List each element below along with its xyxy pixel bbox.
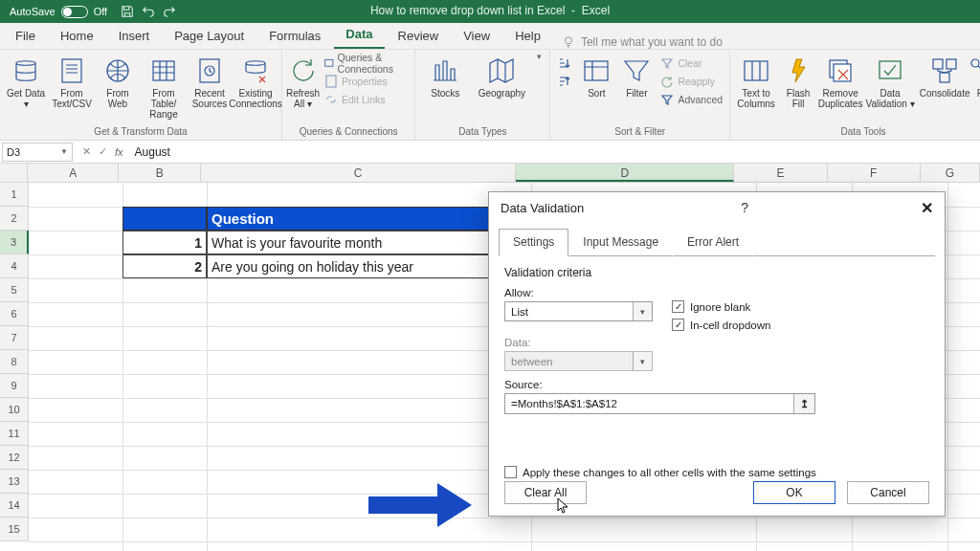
consolidate-button[interactable]: Consolidate	[918, 52, 971, 99]
source-input[interactable]: =Months!$A$1:$A$12 ↥	[504, 393, 815, 414]
geography-button[interactable]: Geography	[473, 52, 530, 99]
filter-button[interactable]: Filter	[617, 52, 656, 99]
tab-view[interactable]: View	[452, 23, 501, 49]
dialog-title: Data Validation	[501, 201, 584, 215]
text-to-columns-button[interactable]: Text to Columns	[734, 52, 778, 109]
row-head-11[interactable]: 11	[0, 422, 29, 446]
svg-rect-14	[947, 59, 956, 69]
row-head-2[interactable]: 2	[0, 207, 29, 231]
tab-data[interactable]: Data	[334, 21, 384, 49]
row-head-7[interactable]: 7	[0, 326, 29, 350]
col-head-C[interactable]: C	[201, 164, 516, 182]
incell-dropdown-checkbox[interactable]: ✓In-cell dropdown	[672, 319, 770, 331]
close-icon[interactable]: ✕	[921, 199, 933, 217]
row-head-15[interactable]: 15	[0, 518, 29, 541]
refresh-all-button[interactable]: Refresh All ▾	[286, 52, 320, 109]
dialog-tab-input-message[interactable]: Input Message	[568, 229, 673, 256]
dialog-tab-error-alert[interactable]: Error Alert	[673, 229, 753, 256]
formula-input[interactable]: August	[135, 145, 170, 159]
allow-combo[interactable]: List ▾	[504, 301, 653, 321]
tab-formulas[interactable]: Formulas	[257, 23, 332, 49]
cell-b2[interactable]	[122, 207, 207, 231]
ok-button[interactable]: OK	[753, 481, 835, 504]
cell-c4[interactable]: Are you going on holiday this year	[207, 254, 531, 278]
cancel-button[interactable]: Cancel	[847, 481, 929, 504]
cancel-formula-icon[interactable]: ✕	[82, 145, 91, 158]
group-label: Queries & Connections	[286, 126, 411, 140]
row-head-12[interactable]: 12	[0, 446, 29, 470]
sort-button[interactable]: Sort	[577, 52, 615, 99]
cell-c2[interactable]: Question	[207, 207, 531, 231]
cell-b4[interactable]: 2	[122, 254, 207, 278]
row-head-6[interactable]: 6	[0, 302, 29, 326]
sort-desc-button[interactable]	[554, 72, 575, 90]
row-head-1[interactable]: 1	[0, 183, 29, 207]
dialog-tab-settings[interactable]: Settings	[499, 229, 568, 256]
row-head-4[interactable]: 4	[0, 254, 29, 278]
range-picker-icon[interactable]: ↥	[793, 394, 814, 413]
recent-sources-button[interactable]: Recent Sources	[188, 52, 232, 109]
group-label: Data Types	[419, 126, 546, 140]
switch-icon	[61, 6, 88, 18]
svg-point-16	[971, 59, 979, 67]
existing-connections-button[interactable]: Existing Connections	[234, 52, 278, 109]
col-head-G[interactable]: G	[921, 164, 980, 182]
apply-same-settings-checkbox[interactable]: ✓Apply these changes to all other cells …	[504, 466, 929, 478]
row-head-8[interactable]: 8	[0, 350, 29, 374]
row-head-14[interactable]: 14	[0, 494, 29, 518]
relationships-button[interactable]: Re	[973, 52, 980, 99]
select-all-corner[interactable]	[0, 164, 28, 182]
svg-point-0	[565, 37, 571, 44]
clear-all-button[interactable]: Clear All	[504, 481, 587, 504]
tell-me-search[interactable]: Tell me what you want to do	[554, 35, 723, 49]
row-head-13[interactable]: 13	[0, 470, 29, 494]
tab-file[interactable]: File	[4, 23, 47, 49]
autosave-toggle[interactable]: AutoSave Off	[10, 6, 107, 18]
remove-duplicates-button[interactable]: Remove Duplicates	[818, 52, 862, 109]
save-icon[interactable]	[121, 5, 134, 18]
col-head-E[interactable]: E	[734, 164, 827, 182]
cell-c3[interactable]: What is your favourite month	[207, 231, 531, 254]
col-head-B[interactable]: B	[119, 164, 201, 182]
col-head-A[interactable]: A	[28, 164, 119, 182]
tab-insert[interactable]: Insert	[107, 23, 162, 49]
ignore-blank-checkbox[interactable]: ✓Ignore blank	[672, 300, 770, 313]
help-icon[interactable]: ?	[741, 200, 748, 215]
tab-home[interactable]: Home	[49, 23, 105, 49]
flash-fill-button[interactable]: Flash Fill	[780, 52, 816, 109]
svg-rect-6	[325, 59, 333, 66]
data-combo: between ▾	[504, 351, 653, 371]
clear-filter-button: Clear	[657, 54, 725, 72]
col-head-F[interactable]: F	[828, 164, 921, 182]
advanced-filter-button[interactable]: Advanced	[657, 90, 725, 108]
validation-criteria-label: Validation criteria	[504, 266, 929, 279]
redo-icon[interactable]	[163, 5, 176, 18]
fx-icon[interactable]: fx	[115, 146, 123, 158]
tab-page-layout[interactable]: Page Layout	[163, 23, 256, 49]
queries-connections-button[interactable]: Queries & Connections	[322, 54, 411, 72]
undo-icon[interactable]	[142, 5, 155, 18]
get-data-button[interactable]: Get Data ▾	[4, 52, 48, 109]
gallery-expand-icon[interactable]: ▾	[532, 52, 546, 61]
cell-b3[interactable]: 1	[122, 231, 207, 254]
row-head-3[interactable]: 3	[0, 231, 29, 254]
sort-asc-button[interactable]	[554, 54, 575, 72]
from-text-csv-button[interactable]: From Text/CSV	[50, 52, 94, 109]
data-validation-button[interactable]: Data Validation ▾	[864, 52, 916, 109]
col-head-D[interactable]: D	[516, 164, 734, 182]
svg-rect-3	[153, 61, 174, 80]
from-web-button[interactable]: From Web	[96, 52, 140, 109]
from-table-range-button[interactable]: From Table/ Range	[142, 52, 186, 120]
row-head-5[interactable]: 5	[0, 278, 29, 302]
tab-help[interactable]: Help	[503, 23, 552, 49]
chevron-down-icon: ▾	[633, 352, 652, 370]
reapply-button: Reapply	[657, 72, 725, 90]
tab-review[interactable]: Review	[387, 23, 451, 49]
data-label: Data:	[504, 337, 929, 348]
stocks-button[interactable]: Stocks	[419, 52, 471, 99]
name-box[interactable]: D3▼	[2, 143, 73, 162]
chevron-down-icon: ▾	[633, 302, 652, 320]
row-head-9[interactable]: 9	[0, 374, 29, 398]
row-head-10[interactable]: 10	[0, 398, 29, 422]
enter-formula-icon[interactable]: ✓	[99, 145, 107, 158]
